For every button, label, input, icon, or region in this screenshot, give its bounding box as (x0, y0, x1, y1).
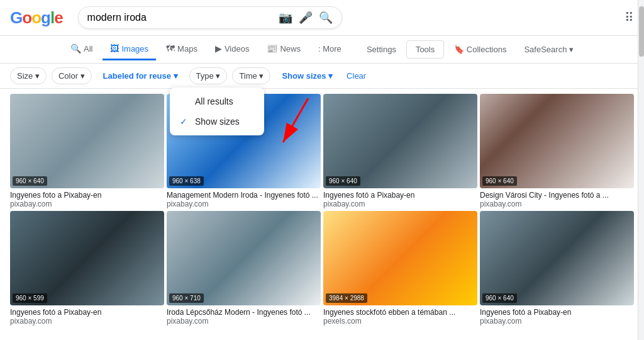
nav-tabs: 🔍 All 🖼 Images 🗺 Maps ▶ Videos 📰 News : … (0, 36, 644, 64)
filter-show-sizes[interactable]: Show sizes ▾ (275, 68, 339, 84)
image-source-2: pixabay.com (323, 200, 477, 208)
image-source-6: pexels.com (323, 317, 477, 326)
image-title-6: Ingyenes stockfotó ebben a témában ... (323, 308, 477, 317)
filter-type-label: Type ▾ (196, 71, 221, 81)
search-button[interactable]: 🔍 (319, 11, 333, 25)
image-card-3[interactable]: 960 × 640 Design Városi City - Ingyenes … (480, 94, 634, 208)
header-right: ⠿ (625, 10, 634, 25)
tab-maps-label: Maps (177, 44, 197, 54)
image-title-1: Management Modern Iroda - Ingyenes fotó … (167, 191, 321, 200)
dropdown-all-results[interactable]: All results (170, 91, 264, 111)
image-title-7: Ingyenes fotó a Pixabay-en (480, 308, 634, 317)
filter-show-sizes-label: Show sizes ▾ (282, 71, 333, 81)
image-title-3: Design Városi City - Ingyenes fotó a ... (480, 191, 634, 200)
image-card-0[interactable]: 960 × 640 Ingyenes foto a Pixabay-en pix… (10, 94, 164, 208)
safesearch-button[interactable]: SafeSearch ▾ (516, 40, 581, 59)
image-thumb-7: 960 × 640 (480, 211, 634, 305)
show-sizes-dropdown: All results ✓ Show sizes (170, 88, 264, 135)
camera-icon[interactable]: 📷 (279, 11, 292, 25)
image-size-badge-0: 960 × 640 (13, 176, 47, 186)
tab-all[interactable]: 🔍 All (63, 38, 100, 60)
tab-videos[interactable]: ▶ Videos (208, 38, 257, 60)
dropdown-show-sizes[interactable]: ✓ Show sizes (170, 111, 264, 132)
filter-size-label: Size ▾ (17, 71, 40, 81)
images-icon: 🖼 (110, 43, 119, 54)
filter-labeled-for-reuse[interactable]: Labeled for reuse ▾ (97, 68, 184, 84)
image-thumb-4: 960 × 599 (10, 211, 164, 305)
image-size-badge-3: 960 × 640 (482, 176, 517, 186)
google-logo: Google (10, 8, 63, 28)
tab-more[interactable]: : More (311, 39, 349, 60)
image-thumb-5: 960 × 710 (167, 211, 321, 305)
image-thumb-2: 960 × 640 (323, 94, 477, 188)
image-thumb-3: 960 × 640 (480, 94, 634, 188)
image-card-5[interactable]: 960 × 710 Iroda Lépcsőház Modern - Ingye… (167, 211, 321, 326)
image-size-badge-1: 960 × 638 (169, 176, 204, 186)
filter-color[interactable]: Color ▾ (52, 67, 92, 84)
image-size-badge-2: 960 × 640 (326, 176, 360, 186)
filter-type[interactable]: Type ▾ (189, 67, 228, 84)
image-grid: 960 × 640 Ingyenes foto a Pixabay-en pix… (0, 89, 644, 331)
maps-icon: 🗺 (166, 43, 175, 54)
scrollbar-thumb[interactable] (639, 6, 644, 57)
filter-time[interactable]: Time ▾ (232, 67, 270, 84)
image-card-4[interactable]: 960 × 599 Ingyenes fotó a Pixabay-en pix… (10, 211, 164, 326)
show-sizes-check: ✓ (180, 116, 190, 127)
filter-time-label: Time ▾ (239, 71, 264, 81)
news-icon: 📰 (267, 43, 277, 54)
tab-videos-label: Videos (225, 44, 250, 54)
image-card-6[interactable]: 3984 × 2988 Ingyenes stockfotó ebben a t… (323, 211, 477, 326)
all-results-check (180, 96, 190, 106)
tools-button[interactable]: Tools (406, 40, 444, 59)
search-bar: 📷 🎤 🔍 (78, 6, 342, 29)
image-source-1: pixabay.com (167, 200, 321, 208)
tab-news[interactable]: 📰 News (259, 38, 308, 60)
image-card-7[interactable]: 960 × 640 Ingyenes fotó a Pixabay-en pix… (480, 211, 634, 326)
search-input[interactable] (87, 12, 279, 23)
tab-images[interactable]: 🖼 Images (103, 38, 156, 60)
image-source-3: pixabay.com (480, 200, 634, 208)
videos-icon: ▶ (215, 43, 222, 54)
image-size-badge-5: 960 × 710 (169, 293, 204, 303)
nav-right: Settings Tools 🔖 Collections SafeSearch … (359, 40, 581, 59)
show-sizes-label: Show sizes (195, 116, 240, 127)
filter-size[interactable]: Size ▾ (10, 67, 47, 84)
all-icon: 🔍 (70, 43, 81, 54)
tab-news-label: News (280, 44, 301, 54)
image-title-5: Iroda Lépcsőház Modern - Ingyenes fotó .… (167, 308, 321, 317)
image-card-2[interactable]: 960 × 640 Ingyenes fotó a Pixabay-en pix… (323, 94, 477, 208)
image-size-badge-6: 3984 × 2988 (326, 293, 367, 303)
tab-images-label: Images (121, 44, 148, 54)
image-size-badge-4: 960 × 599 (13, 293, 47, 303)
filter-labeled-label: Labeled for reuse ▾ (103, 71, 178, 81)
image-title-0: Ingyenes foto a Pixabay-en (10, 191, 164, 200)
image-thumb-6: 3984 × 2988 (323, 211, 477, 305)
collections-button[interactable]: 🔖 Collections (447, 40, 514, 59)
header: Google 📷 🎤 🔍 ⠿ (0, 0, 644, 36)
image-source-7: pixabay.com (480, 317, 634, 326)
image-thumb-0: 960 × 640 (10, 94, 164, 188)
all-results-label: All results (195, 96, 233, 106)
image-size-badge-7: 960 × 640 (482, 293, 517, 303)
filter-bar: Size ▾ Color ▾ Labeled for reuse ▾ Type … (0, 64, 644, 89)
image-source-4: pixabay.com (10, 317, 164, 326)
filter-color-label: Color ▾ (58, 71, 85, 81)
apps-grid-icon[interactable]: ⠿ (625, 10, 634, 25)
mic-icon[interactable]: 🎤 (299, 11, 313, 25)
tab-maps[interactable]: 🗺 Maps (158, 38, 205, 60)
image-title-2: Ingyenes fotó a Pixabay-en (323, 191, 477, 200)
image-title-4: Ingyenes fotó a Pixabay-en (10, 308, 164, 317)
image-source-5: pixabay.com (167, 317, 321, 326)
tab-more-label: : More (318, 44, 341, 54)
clear-filters-link[interactable]: Clear (347, 71, 366, 81)
scrollbar[interactable] (638, 0, 644, 340)
tab-all-label: All (84, 44, 92, 54)
settings-button[interactable]: Settings (359, 40, 404, 59)
image-source-0: pixabay.com (10, 200, 164, 208)
